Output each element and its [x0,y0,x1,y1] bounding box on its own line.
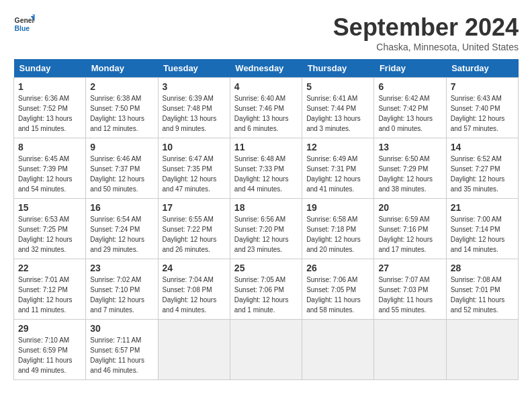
day-info: Sunrise: 6:47 AMSunset: 7:35 PMDaylight:… [163,155,217,193]
svg-text:Blue: Blue [15,25,30,32]
day-info: Sunrise: 6:38 AMSunset: 7:50 PMDaylight:… [90,95,144,132]
day-number: 17 [163,202,226,213]
day-number: 23 [90,263,153,273]
calendar-day-cell: 11 Sunrise: 6:48 AMSunset: 7:33 PMDaylig… [230,138,302,199]
day-number: 13 [378,142,441,152]
day-info: Sunrise: 7:01 AMSunset: 7:12 PMDaylight:… [18,276,73,314]
day-info: Sunrise: 6:43 AMSunset: 7:40 PMDaylight:… [451,95,505,132]
calendar-day-cell: 16 Sunrise: 6:54 AMSunset: 7:24 PMDaylig… [86,199,158,259]
day-info: Sunrise: 7:08 AMSunset: 7:01 PMDaylight:… [451,276,505,314]
day-number: 27 [378,263,441,273]
day-number: 14 [451,142,514,152]
day-number: 10 [163,142,226,152]
day-info: Sunrise: 6:52 AMSunset: 7:27 PMDaylight:… [451,155,505,193]
calendar-week-row: 29 Sunrise: 7:10 AMSunset: 6:59 PMDaylig… [14,320,519,380]
calendar-day-cell: 30 Sunrise: 7:11 AMSunset: 6:57 PMDaylig… [86,320,158,380]
calendar-day-cell: 27 Sunrise: 7:07 AMSunset: 7:03 PMDaylig… [374,259,446,320]
calendar-day-cell: 20 Sunrise: 6:59 AMSunset: 7:16 PMDaylig… [374,199,446,259]
day-info: Sunrise: 6:56 AMSunset: 7:20 PMDaylight:… [234,216,289,253]
calendar-day-cell: 21 Sunrise: 7:00 AMSunset: 7:14 PMDaylig… [446,199,518,259]
day-number: 18 [234,202,298,213]
day-info: Sunrise: 6:59 AMSunset: 7:16 PMDaylight:… [378,216,433,253]
calendar-day-cell: 6 Sunrise: 6:42 AMSunset: 7:42 PMDayligh… [374,78,446,138]
day-number: 25 [234,263,298,273]
calendar-day-cell: 10 Sunrise: 6:47 AMSunset: 7:35 PMDaylig… [158,138,230,199]
calendar-day-cell [230,320,302,380]
calendar-day-cell: 5 Sunrise: 6:41 AMSunset: 7:44 PMDayligh… [302,78,374,138]
day-info: Sunrise: 7:00 AMSunset: 7:14 PMDaylight:… [451,216,505,253]
day-info: Sunrise: 6:49 AMSunset: 7:31 PMDaylight:… [306,155,361,193]
calendar-week-row: 1 Sunrise: 6:36 AMSunset: 7:52 PMDayligh… [14,78,519,138]
calendar-day-cell: 4 Sunrise: 6:40 AMSunset: 7:46 PMDayligh… [230,78,302,138]
day-number: 9 [90,142,153,152]
calendar-week-row: 15 Sunrise: 6:53 AMSunset: 7:25 PMDaylig… [14,199,519,259]
day-number: 30 [90,323,153,334]
day-info: Sunrise: 6:50 AMSunset: 7:29 PMDaylight:… [378,155,433,193]
day-number: 16 [90,202,153,213]
day-info: Sunrise: 6:53 AMSunset: 7:25 PMDaylight:… [18,216,73,253]
weekday-header: Sunday [14,59,86,78]
calendar-day-cell: 29 Sunrise: 7:10 AMSunset: 6:59 PMDaylig… [14,320,86,380]
svg-text:General: General [15,17,35,24]
day-info: Sunrise: 6:36 AMSunset: 7:52 PMDaylight:… [18,95,73,132]
day-number: 24 [163,263,226,273]
weekday-header: Thursday [302,59,374,78]
calendar-day-cell: 13 Sunrise: 6:50 AMSunset: 7:29 PMDaylig… [374,138,446,199]
day-number: 12 [306,142,369,152]
weekday-header: Tuesday [158,59,230,78]
calendar-day-cell [446,320,518,380]
calendar-day-cell: 25 Sunrise: 7:05 AMSunset: 7:06 PMDaylig… [230,259,302,320]
day-info: Sunrise: 7:10 AMSunset: 6:59 PMDaylight:… [18,336,73,374]
calendar-table: SundayMondayTuesdayWednesdayThursdayFrid… [13,59,519,380]
calendar-day-cell: 19 Sunrise: 6:58 AMSunset: 7:18 PMDaylig… [302,199,374,259]
day-number: 11 [234,142,298,152]
day-number: 29 [18,323,81,334]
logo: General Blue [13,13,35,35]
calendar-day-cell: 28 Sunrise: 7:08 AMSunset: 7:01 PMDaylig… [446,259,518,320]
calendar-day-cell: 18 Sunrise: 6:56 AMSunset: 7:20 PMDaylig… [230,199,302,259]
title-block: September 2024 Chaska, Minnesota, United… [333,13,519,52]
weekday-header: Monday [86,59,158,78]
calendar-day-cell: 1 Sunrise: 6:36 AMSunset: 7:52 PMDayligh… [14,78,86,138]
weekday-header-row: SundayMondayTuesdayWednesdayThursdayFrid… [14,59,519,78]
calendar-day-cell: 3 Sunrise: 6:39 AMSunset: 7:48 PMDayligh… [158,78,230,138]
day-info: Sunrise: 6:48 AMSunset: 7:33 PMDaylight:… [234,155,289,193]
calendar-day-cell: 24 Sunrise: 7:04 AMSunset: 7:08 PMDaylig… [158,259,230,320]
calendar-day-cell: 2 Sunrise: 6:38 AMSunset: 7:50 PMDayligh… [86,78,158,138]
day-info: Sunrise: 6:45 AMSunset: 7:39 PMDaylight:… [18,155,73,193]
page-header: General Blue September 2024 Chaska, Minn… [13,13,519,52]
day-info: Sunrise: 6:54 AMSunset: 7:24 PMDaylight:… [90,216,144,253]
day-info: Sunrise: 7:06 AMSunset: 7:05 PMDaylight:… [306,276,361,314]
calendar-day-cell: 8 Sunrise: 6:45 AMSunset: 7:39 PMDayligh… [14,138,86,199]
calendar-day-cell: 23 Sunrise: 7:02 AMSunset: 7:10 PMDaylig… [86,259,158,320]
calendar-day-cell: 12 Sunrise: 6:49 AMSunset: 7:31 PMDaylig… [302,138,374,199]
day-info: Sunrise: 6:58 AMSunset: 7:18 PMDaylight:… [306,216,361,253]
day-number: 19 [306,202,369,213]
day-number: 26 [306,263,369,273]
calendar-day-cell: 26 Sunrise: 7:06 AMSunset: 7:05 PMDaylig… [302,259,374,320]
day-info: Sunrise: 6:39 AMSunset: 7:48 PMDaylight:… [163,95,217,132]
calendar-day-cell: 9 Sunrise: 6:46 AMSunset: 7:37 PMDayligh… [86,138,158,199]
day-info: Sunrise: 7:02 AMSunset: 7:10 PMDaylight:… [90,276,144,314]
calendar-day-cell: 7 Sunrise: 6:43 AMSunset: 7:40 PMDayligh… [446,78,518,138]
day-number: 2 [90,81,153,92]
calendar-day-cell [302,320,374,380]
month-title: September 2024 [333,13,519,42]
calendar-day-cell: 17 Sunrise: 6:55 AMSunset: 7:22 PMDaylig… [158,199,230,259]
day-info: Sunrise: 6:40 AMSunset: 7:46 PMDaylight:… [234,95,289,132]
calendar-day-cell [158,320,230,380]
day-info: Sunrise: 6:55 AMSunset: 7:22 PMDaylight:… [163,216,217,253]
calendar-week-row: 8 Sunrise: 6:45 AMSunset: 7:39 PMDayligh… [14,138,519,199]
calendar-day-cell: 15 Sunrise: 6:53 AMSunset: 7:25 PMDaylig… [14,199,86,259]
day-info: Sunrise: 6:41 AMSunset: 7:44 PMDaylight:… [306,95,361,132]
weekday-header: Saturday [446,59,518,78]
calendar-day-cell [374,320,446,380]
day-number: 28 [451,263,514,273]
day-number: 8 [18,142,81,152]
day-number: 4 [234,81,298,92]
day-number: 3 [163,81,226,92]
day-number: 20 [378,202,441,213]
calendar-day-cell: 14 Sunrise: 6:52 AMSunset: 7:27 PMDaylig… [446,138,518,199]
day-info: Sunrise: 7:07 AMSunset: 7:03 PMDaylight:… [378,276,433,314]
day-number: 6 [378,81,441,92]
